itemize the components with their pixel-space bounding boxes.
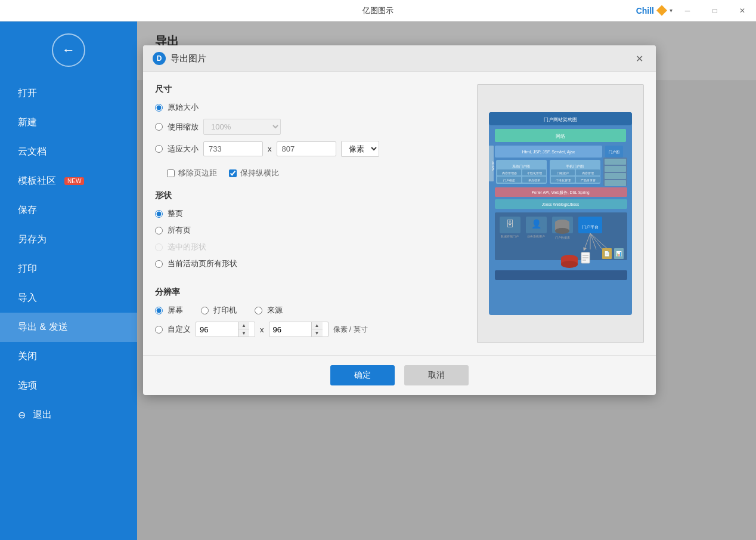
svg-text:👤: 👤 (531, 219, 542, 229)
sidebar-item-close[interactable]: 关闭 (0, 342, 137, 371)
shape-all-row: 所有页 (155, 225, 465, 236)
svg-text:手机门户图: 手机门户图 (566, 164, 584, 168)
sidebar-label-new: 新建 (18, 116, 37, 129)
sidebar-item-saveas[interactable]: 另存为 (0, 225, 137, 254)
sidebar-item-template[interactable]: 模板社区 NEW (0, 166, 137, 196)
source-label: 来源 (267, 305, 283, 316)
resolution-section-title: 分辨率 (155, 287, 465, 298)
custom-y-input[interactable] (269, 323, 311, 337)
sidebar-label-close: 关闭 (18, 350, 37, 363)
size-section: 尺寸 原始大小 使用缩放 100% (155, 84, 465, 178)
printer-radio[interactable] (201, 307, 209, 314)
cancel-button[interactable]: 取消 (404, 365, 469, 385)
minus-circle-icon: ⊖ (18, 409, 26, 421)
remove-margin-label: 移除页边距 (178, 168, 217, 178)
main-content: 导出 JPG 图片 导出为图像 保存为图片文件，比如BMP, JPEG, PNG… (137, 21, 756, 540)
fit-size-row: 适应大小 x 像素 厘米 英寸 (155, 141, 465, 157)
sidebar-item-options[interactable]: 选项 (0, 371, 137, 400)
dialog-logo: D (153, 52, 166, 65)
maximize-button[interactable]: □ (701, 0, 729, 21)
sidebar-item-print[interactable]: 打印 (0, 254, 137, 283)
svg-text:门户框架: 门户框架 (503, 178, 515, 182)
fit-size-label: 适应大小 (168, 144, 199, 155)
titlebar: 亿图图示 Chill ▾ ─ □ ✕ (0, 0, 756, 21)
shape-current-row: 当前活动页所有形状 (155, 258, 465, 269)
custom-x-spinner: ▲ ▼ (196, 322, 255, 337)
svg-text:Jboss WeblogicJboss: Jboss WeblogicJboss (542, 202, 580, 207)
source-radio[interactable] (255, 307, 262, 314)
resolution-section: 分辨率 屏幕 打印机 (155, 287, 465, 343)
fit-unit-select[interactable]: 像素 厘米 英寸 (341, 141, 379, 157)
whole-page-radio[interactable] (155, 210, 163, 218)
svg-text:门户平台: 门户平台 (582, 225, 599, 229)
sidebar-label-options: 选项 (18, 379, 37, 392)
fit-height-input[interactable] (277, 141, 336, 156)
svg-text:📄: 📄 (604, 251, 610, 257)
chevron-down-icon: ▾ (670, 7, 673, 14)
remove-margin-checkbox[interactable] (167, 169, 175, 177)
keep-ratio-label: 保持纵横比 (240, 168, 279, 178)
svg-text:门框架户: 门框架户 (557, 171, 569, 175)
back-button[interactable]: ← (52, 33, 85, 67)
resolution-radios: 屏幕 打印机 来源 (155, 305, 465, 316)
sidebar-label-saveas: 另存为 (18, 233, 47, 246)
svg-text:WSOP: WSOP (491, 161, 495, 171)
selected-shapes-radio[interactable] (155, 243, 163, 251)
svg-text:系统门户图: 系统门户图 (512, 164, 530, 168)
new-badge: NEW (64, 177, 84, 185)
app-body: ← 打开 新建 云文档 模板社区 NEW 保存 另存为 打印 导入 导出 & 发… (0, 21, 756, 540)
svg-text:门户数据库: 门户数据库 (555, 236, 570, 239)
ok-button[interactable]: 确定 (330, 365, 395, 385)
svg-text:Html, JSP, JSF, Servlet, Ajax: Html, JSP, JSF, Servlet, Ajax (522, 150, 575, 155)
sidebar-label-export: 导出 & 发送 (18, 321, 68, 334)
dialog-close-button[interactable]: ✕ (632, 51, 646, 66)
sidebar-item-new[interactable]: 新建 (0, 108, 137, 137)
spinner-x-down[interactable]: ▼ (238, 329, 249, 337)
zoom-size-radio[interactable] (155, 123, 163, 131)
spinner-y-up[interactable]: ▲ (312, 322, 323, 329)
remove-margin-row: 移除页边距 (167, 168, 217, 178)
spinner-y-btns: ▲ ▼ (311, 322, 323, 337)
sidebar-item-open[interactable]: 打开 (0, 79, 137, 108)
user-area[interactable]: Chill ▾ (636, 5, 673, 16)
custom-x-input[interactable] (196, 323, 238, 337)
zoom-size-row: 使用缩放 100% (155, 119, 465, 135)
svg-text:门户网站架构图: 门户网站架构图 (544, 117, 577, 122)
sidebar-item-import[interactable]: 导入 (0, 283, 137, 313)
custom-radio[interactable] (155, 326, 163, 334)
close-button[interactable]: ✕ (729, 0, 756, 21)
spinner-x-btns: ▲ ▼ (238, 322, 249, 337)
source-res-row: 来源 (255, 305, 283, 316)
custom-y-spinner: ▲ ▼ (269, 322, 329, 337)
svg-text:单点登录: 单点登录 (528, 178, 540, 182)
svg-text:个性化管理: 个性化管理 (527, 171, 542, 175)
svg-text:内容管理: 内容管理 (582, 171, 594, 175)
sidebar: ← 打开 新建 云文档 模板社区 NEW 保存 另存为 打印 导入 导出 & 发… (0, 21, 137, 540)
sidebar-item-save[interactable]: 保存 (0, 196, 137, 225)
sidebar-item-cloud[interactable]: 云文档 (0, 137, 137, 166)
svg-text:Porter API, Web服务, DSL Spring: Porter API, Web服务, DSL Spring (531, 190, 589, 195)
keep-ratio-checkbox[interactable] (229, 169, 237, 177)
current-page-radio[interactable] (155, 260, 163, 268)
whole-page-label: 整页 (168, 208, 183, 219)
spinner-x-up[interactable]: ▲ (238, 322, 249, 329)
sidebar-item-exit[interactable]: ⊖ 退出 (0, 400, 137, 430)
printer-res-row: 打印机 (201, 305, 237, 316)
original-size-radio[interactable] (155, 104, 163, 112)
sidebar-item-export[interactable]: 导出 & 发送 (0, 313, 137, 342)
original-size-label: 原始大小 (168, 102, 199, 113)
screen-radio[interactable] (155, 307, 163, 314)
fit-size-radio[interactable] (155, 145, 163, 153)
all-pages-radio[interactable] (155, 227, 163, 234)
zoom-select[interactable]: 100% (203, 119, 281, 135)
dialog-body: 尺寸 原始大小 使用缩放 100% (143, 72, 656, 355)
svg-rect-33 (605, 159, 626, 165)
preview-diagram: 门户网站架构图 网络 Html, JSP, JSF, Servlet, Ajax… (483, 100, 638, 327)
svg-rect-35 (605, 173, 626, 179)
spinner-y-down[interactable]: ▼ (312, 329, 323, 337)
svg-text:内容管理器: 内容管理器 (502, 171, 517, 175)
fit-width-input[interactable] (203, 141, 263, 156)
original-size-row: 原始大小 (155, 102, 465, 113)
minimize-button[interactable]: ─ (674, 0, 701, 21)
printer-label: 打印机 (213, 305, 237, 316)
